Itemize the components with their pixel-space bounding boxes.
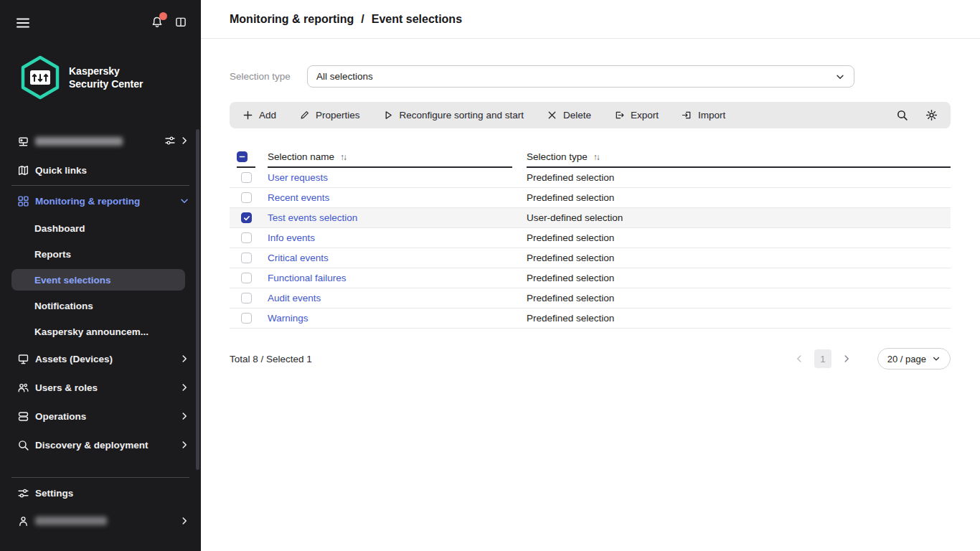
selection-type-value: Predefined selection: [527, 232, 614, 243]
sort-icon[interactable]: ↑↓: [340, 152, 346, 162]
row-checkbox[interactable]: [241, 313, 252, 324]
sidebar-item-label: Settings: [35, 488, 189, 499]
table-row-selected[interactable]: Test events selection User-defined selec…: [230, 208, 951, 228]
selection-type-value: Predefined selection: [527, 172, 614, 183]
sidebar-item-notifications[interactable]: Notifications: [0, 293, 201, 319]
sidebar-item-label: Assets (Devices): [35, 354, 179, 364]
selection-name-link[interactable]: Test events selection: [268, 212, 357, 223]
sidebar-item-label: Quick links: [35, 165, 189, 176]
select-all-checkbox[interactable]: [237, 151, 248, 162]
selection-name-link[interactable]: Functional failures: [268, 273, 347, 283]
chevron-right-icon[interactable]: [179, 411, 189, 421]
table-row[interactable]: Recent events Predefined selection: [230, 188, 951, 208]
row-checkbox[interactable]: [241, 172, 252, 183]
users-icon: [17, 382, 29, 394]
table-row[interactable]: User requests Predefined selection: [230, 168, 951, 188]
column-header-selection-type[interactable]: Selection type: [527, 151, 588, 162]
sidebar-divider: [11, 185, 189, 186]
page-title: Event selections: [372, 13, 462, 26]
table-row[interactable]: Audit events Predefined selection: [230, 288, 951, 309]
plus-icon: [242, 110, 253, 121]
table-footer: Total 8 / Selected 1 1 20 / page: [230, 348, 951, 369]
selection-name-link[interactable]: Warnings: [268, 313, 308, 324]
chevron-right-icon[interactable]: [179, 382, 189, 392]
app-title: Kaspersky Security Center: [69, 65, 143, 90]
selection-name-link[interactable]: Recent events: [268, 192, 329, 203]
selection-name-link[interactable]: Audit events: [268, 293, 321, 303]
button-label: Properties: [316, 110, 360, 121]
app-logo: Kaspersky Security Center: [20, 55, 201, 100]
add-button[interactable]: Add: [242, 110, 276, 121]
sidebar-item-operations[interactable]: Operations: [0, 402, 201, 430]
sidebar-nav: Quick links Monitoring & reporting Dashb…: [0, 127, 201, 535]
sidebar-item-server[interactable]: [0, 127, 201, 156]
chevron-right-icon[interactable]: [179, 440, 189, 450]
row-checkbox[interactable]: [241, 253, 252, 263]
next-page-icon[interactable]: [842, 354, 852, 364]
sidebar-item-kaspersky-announcements[interactable]: Kaspersky announcem...: [0, 319, 201, 344]
chevron-right-icon[interactable]: [179, 516, 189, 526]
reconfigure-sorting-button[interactable]: Reconfigure sorting and start: [383, 110, 524, 121]
sidebar-item-discovery-deployment[interactable]: Discovery & deployment: [0, 430, 201, 459]
selection-type-value: User-defined selection: [527, 212, 623, 223]
gear-icon[interactable]: [925, 109, 938, 121]
chevron-right-icon[interactable]: [179, 354, 189, 364]
page-size-select[interactable]: 20 / page: [877, 348, 951, 369]
sidebar-item-quick-links[interactable]: Quick links: [0, 156, 201, 184]
selection-name-link[interactable]: Info events: [268, 232, 315, 243]
button-label: Export: [631, 110, 659, 121]
sidebar-item-monitoring-reporting[interactable]: Monitoring & reporting: [0, 187, 201, 215]
delete-button[interactable]: Delete: [547, 110, 591, 121]
selection-name-link[interactable]: Critical events: [268, 253, 329, 263]
sidebar-item-label: Monitoring & reporting: [35, 196, 179, 207]
toolbar: Add Properties Reconfigure sorting and s…: [230, 102, 951, 128]
table-header-row: Selection name ↑↓ Selection type ↑↓: [230, 147, 951, 168]
selection-name-link[interactable]: User requests: [268, 172, 328, 183]
page-size-value: 20 / page: [887, 354, 926, 364]
selection-type-value: All selections: [316, 71, 373, 82]
grid-icon: [17, 195, 29, 207]
row-checkbox[interactable]: [241, 192, 252, 203]
properties-button[interactable]: Properties: [299, 110, 360, 121]
row-checkbox[interactable]: [241, 232, 252, 243]
import-button[interactable]: Import: [682, 110, 725, 121]
chevron-down-icon[interactable]: [179, 196, 189, 206]
page-number-button[interactable]: 1: [814, 349, 831, 368]
table-row[interactable]: Info events Predefined selection: [230, 228, 951, 248]
chevron-right-icon[interactable]: [179, 136, 189, 148]
sort-icon[interactable]: ↑↓: [593, 152, 599, 162]
search-icon[interactable]: [896, 109, 908, 121]
pencil-icon: [299, 110, 310, 121]
table-row[interactable]: Critical events Predefined selection: [230, 248, 951, 268]
table-row[interactable]: Warnings Predefined selection: [230, 309, 951, 329]
server-settings-sliders-icon[interactable]: [164, 135, 176, 149]
export-button[interactable]: Export: [614, 110, 659, 121]
sidebar-scrollbar[interactable]: [196, 129, 199, 470]
sidebar-item-users-roles[interactable]: Users & roles: [0, 373, 201, 402]
sidebar-item-assets-devices[interactable]: Assets (Devices): [0, 344, 201, 373]
row-checkbox[interactable]: [241, 273, 252, 283]
sidebar-item-user-account[interactable]: [0, 507, 201, 535]
previous-page-icon[interactable]: [794, 354, 804, 364]
x-icon: [547, 110, 557, 121]
notifications-bell-icon[interactable]: [151, 16, 164, 29]
documentation-book-icon[interactable]: [174, 16, 187, 29]
selection-type-value: Predefined selection: [527, 192, 614, 203]
row-checkbox[interactable]: [241, 293, 252, 303]
search-icon: [17, 439, 29, 451]
row-checkbox-checked[interactable]: [241, 212, 252, 223]
sidebar-top-bar: [0, 0, 201, 46]
map-icon: [17, 164, 29, 176]
app-window: Kaspersky Security Center: [0, 0, 980, 551]
sidebar-item-reports[interactable]: Reports: [0, 241, 201, 267]
sidebar-item-event-selections[interactable]: Event selections: [11, 269, 185, 291]
user-icon: [17, 515, 29, 527]
hamburger-menu-icon[interactable]: [16, 16, 30, 30]
column-header-selection-name[interactable]: Selection name: [268, 151, 334, 162]
sidebar-item-dashboard[interactable]: Dashboard: [0, 215, 201, 241]
sidebar-item-settings[interactable]: Settings: [0, 479, 201, 507]
selection-type-select[interactable]: All selections: [307, 65, 854, 88]
table-row[interactable]: Functional failures Predefined selection: [230, 268, 951, 288]
breadcrumb-section[interactable]: Monitoring & reporting: [230, 13, 354, 26]
sidebar-item-label: Operations: [35, 411, 179, 422]
